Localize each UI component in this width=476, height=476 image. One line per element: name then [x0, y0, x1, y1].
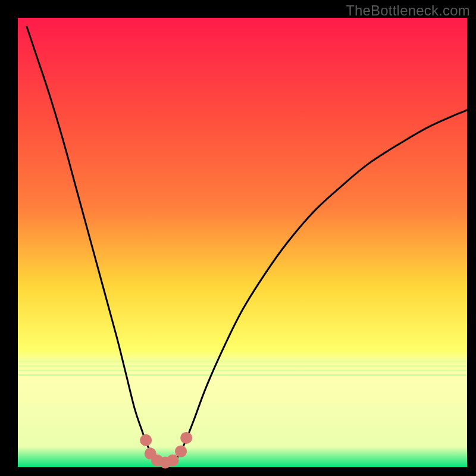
svg-rect-0 — [18, 18, 467, 467]
curve-marker — [140, 434, 152, 446]
curve-marker — [180, 432, 192, 444]
chart-frame: TheBottleneck.com — [0, 0, 476, 476]
curve-marker — [167, 455, 178, 466]
watermark-text: TheBottleneck.com — [346, 2, 470, 19]
bottleneck-curve-plot — [0, 0, 476, 476]
curve-marker — [175, 446, 187, 458]
